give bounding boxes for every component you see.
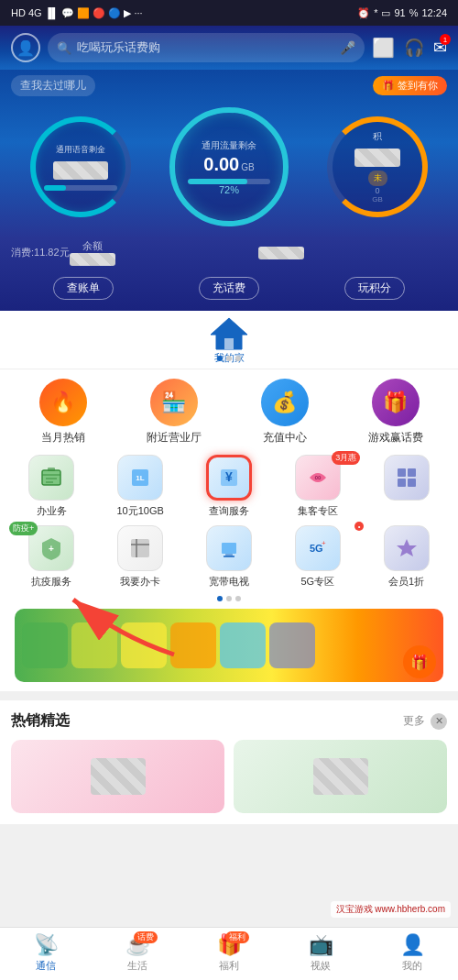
life-badge: 话费 xyxy=(134,931,158,943)
header: 👤 🔍 吃喝玩乐话费购 🎤 ⬜ 🎧 ✉ 1 xyxy=(0,26,458,70)
hot-header: 热销精选 更多 ✕ xyxy=(11,711,447,731)
doOffice-label: 我要办卡 xyxy=(120,575,160,589)
svg-rect-20 xyxy=(222,543,236,554)
recharge-button[interactable]: 充话费 xyxy=(199,277,259,300)
gameReward-label: 游戏赢话费 xyxy=(368,430,423,446)
grid-item-antiEpidemic[interactable]: 防疫+ + 抗疫服务 xyxy=(7,525,96,589)
communication-label: 通信 xyxy=(36,959,56,973)
welfare-badge: 福利 xyxy=(225,931,249,943)
traffic-value: 0.00 xyxy=(203,154,239,175)
checkin-button[interactable]: 🎁 签到有你 xyxy=(373,76,447,95)
grid-item-business[interactable]: 办业务 xyxy=(7,455,96,518)
grid-item-queryService[interactable]: ¥ 查询服务 xyxy=(185,455,274,518)
status-icons: 💬 🟧 🔴 🔵 ▶ ··· xyxy=(61,7,142,19)
integral-button[interactable]: 玩积分 xyxy=(344,277,405,300)
grid-item-groupCustomer[interactable] xyxy=(362,455,451,518)
svg-rect-14 xyxy=(398,479,406,487)
traffic-percent: 72% xyxy=(219,184,239,195)
status-bar: HD 4G ▐▌ 💬 🟧 🔴 🔵 ▶ ··· ⏰ * ▭ 91% 12:24 xyxy=(0,0,458,26)
color-block-2 xyxy=(71,622,117,668)
grid-dot-1 xyxy=(217,596,223,601)
scan-icon[interactable]: ⬜ xyxy=(372,37,395,59)
fire-icon: 🔥 xyxy=(39,379,87,426)
close-button[interactable]: ✕ xyxy=(431,713,447,730)
consume-label: 消费:11.82元 xyxy=(11,246,70,259)
voice-gauge: 通用语音剩金 xyxy=(30,116,131,217)
bill-button[interactable]: 查账单 xyxy=(53,277,114,300)
integral-circle: 积 未 0 GB xyxy=(327,116,428,217)
hot-item-1[interactable] xyxy=(11,740,224,813)
alarm-icon: ⏰ xyxy=(357,7,370,19)
grid-item-5gZone[interactable]: • 5G+ 5G专区 xyxy=(273,525,362,589)
hot-more-label[interactable]: 更多 xyxy=(403,713,425,729)
group-icon xyxy=(384,455,430,501)
bluetooth-icon: * xyxy=(374,7,377,18)
grid-item-doOffice[interactable]: 我要办卡 xyxy=(96,525,185,589)
grid-item-member[interactable]: 会员1折 xyxy=(362,525,451,589)
mail-badge-count: 1 xyxy=(440,34,451,45)
nav-mine[interactable]: 👤 我的 xyxy=(400,933,425,973)
mail-icon-wrap[interactable]: ✉ 1 xyxy=(433,38,447,58)
status-right: ⏰ * ▭ 91% 12:24 xyxy=(357,7,447,19)
broadband-icon xyxy=(206,525,252,571)
bottom-nav: 📡 通信 ☕ 话费 生活 🎁 福利 福利 📺 视娱 👤 我的 xyxy=(0,927,458,980)
banner-section: 查我去过哪儿 🎁 签到有你 通用语音剩金 通用流量剩余 0.00 GB xyxy=(0,70,458,311)
hot-section: 热销精选 更多 ✕ xyxy=(0,700,458,824)
grid-row-3: 防疫+ + 抗疫服务 我要办卡 宽带电视 • 5G+ 5G专区 xyxy=(7,525,451,589)
integral-gauge: 积 未 0 GB xyxy=(327,116,428,217)
svg-rect-2 xyxy=(42,470,60,485)
color-blocks xyxy=(15,615,322,676)
grid-item-recharge[interactable]: 💰 充值中心 xyxy=(235,379,333,446)
color-block-5 xyxy=(220,622,266,668)
unused-label: 未 xyxy=(368,171,387,186)
hotSale-label: 当月热销 xyxy=(41,430,85,446)
grid-item-data10gb[interactable]: 1L 10元10GB xyxy=(96,455,185,518)
grid-item-nearbyStore[interactable]: 🏪 附近营业厅 xyxy=(125,379,222,446)
grid-row-1: 🔥 当月热销 🏪 附近营业厅 💰 充值中心 🎁 游戏赢话费 xyxy=(7,379,451,446)
balance-item: 余额 xyxy=(70,239,115,266)
avatar[interactable]: 👤 xyxy=(11,33,40,62)
antiEpidemic-label: 抗疫服务 xyxy=(31,575,71,589)
banner-top-row: 查我去过哪儿 🎁 签到有你 xyxy=(11,75,447,96)
nav-entertainment[interactable]: 📺 视娱 xyxy=(309,933,333,973)
color-block-1 xyxy=(22,622,68,668)
hot-item-2[interactable] xyxy=(234,740,447,813)
search-bar[interactable]: 🔍 吃喝玩乐话费购 🎤 xyxy=(48,33,365,62)
svg-rect-6 xyxy=(48,468,55,471)
grid-dots xyxy=(7,596,451,601)
headset-icon[interactable]: 🎧 xyxy=(404,38,424,58)
balance-label: 余额 xyxy=(82,239,103,253)
hot-items-row xyxy=(11,740,447,813)
hot-img-1 xyxy=(91,758,146,795)
broadband-label: 宽带电视 xyxy=(209,575,249,589)
hot-title: 热销精选 xyxy=(11,711,70,731)
gb-remain: 0 xyxy=(375,186,379,195)
grid-item-hotSale[interactable]: 🔥 当月热销 xyxy=(14,379,111,446)
queryService-label: 查询服务 xyxy=(209,504,249,518)
color-banner[interactable]: 🎁 xyxy=(15,609,443,682)
svg-text:1L: 1L xyxy=(136,474,145,482)
svg-rect-15 xyxy=(408,479,416,487)
traffic-unit: GB xyxy=(241,162,254,172)
svg-rect-13 xyxy=(408,468,416,477)
go-where-button[interactable]: 查我去过哪儿 xyxy=(11,75,95,96)
signal-bars: ▐▌ xyxy=(45,7,60,18)
grid-item-exclusiveDiscount[interactable]: 3月惠 ∞ 集客专区 xyxy=(273,455,362,518)
hot-more-area: 更多 ✕ xyxy=(403,713,447,730)
nav-life[interactable]: ☕ 话费 生活 xyxy=(125,933,150,973)
grid-dot-2 xyxy=(226,596,232,601)
traffic-circle: 通用流量剩余 0.00 GB 72% xyxy=(169,107,289,226)
voice-search-icon[interactable]: 🎤 xyxy=(340,40,355,55)
dot-1 xyxy=(217,356,223,361)
grid-item-broadband[interactable]: 宽带电视 xyxy=(185,525,274,589)
svg-text:¥: ¥ xyxy=(225,469,233,484)
gift-float-icon[interactable]: 🎁 xyxy=(403,645,436,678)
communication-icon: 📡 xyxy=(34,933,59,957)
grid-item-gameReward[interactable]: 🎁 游戏赢话费 xyxy=(346,379,443,446)
color-block-4 xyxy=(170,622,216,668)
exclusiveDiscount-label: 集客专区 xyxy=(298,504,338,518)
home-nav-icon-row: 我的家 xyxy=(0,311,458,369)
nav-communication[interactable]: 📡 通信 xyxy=(34,933,59,973)
nav-welfare[interactable]: 🎁 福利 福利 xyxy=(217,933,242,973)
action-btns-row: 查账单 充话费 玩积分 xyxy=(11,270,447,302)
